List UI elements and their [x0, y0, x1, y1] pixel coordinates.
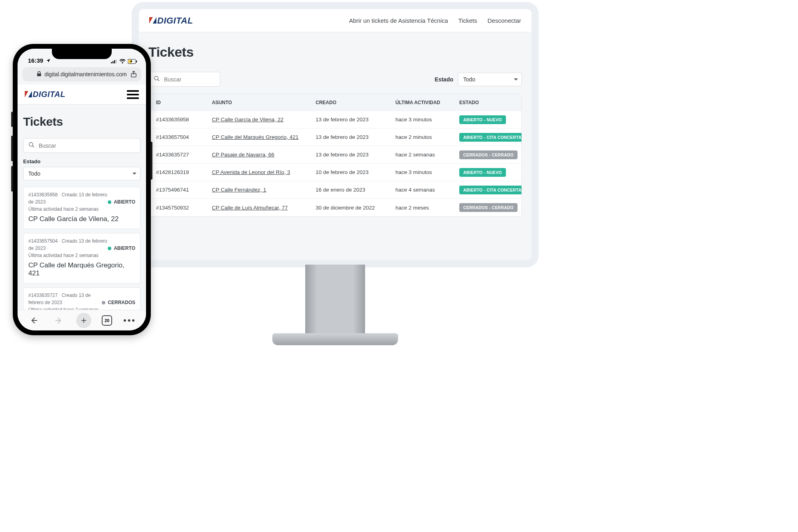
card-status-text: ABIERTO: [114, 245, 135, 251]
status-filter-select[interactable]: Todo: [458, 73, 522, 86]
ticket-link[interactable]: CP Calle de Luís Almuñecar, 77: [212, 205, 288, 211]
table-row[interactable]: #1433635958CP Calle García de Vilena, 22…: [149, 111, 521, 129]
chevron-down-icon: [514, 78, 518, 80]
cell-id: #1433635958: [156, 117, 212, 123]
phone-notch: [52, 49, 112, 59]
card-status: CERRADOS: [102, 300, 135, 305]
card-status-text: ABIERTO: [114, 199, 135, 205]
status-filter: Estado Todo: [435, 73, 522, 86]
phone-side-button: [150, 142, 152, 180]
cell-activity: hace 3 minutos: [395, 169, 459, 175]
status-filter-select[interactable]: Todo: [23, 167, 140, 180]
brand-mark-icon: [149, 17, 156, 24]
card-status: ABIERTO: [108, 199, 135, 205]
cell-subject: CP Calle García de Vilena, 22: [212, 117, 316, 123]
table-row[interactable]: #1433657504CP Calle del Marqués Gregorio…: [149, 129, 521, 146]
browser-menu-button[interactable]: •••: [122, 313, 137, 328]
ticket-link[interactable]: CP Pasaje de Navarra, 66: [212, 152, 275, 158]
monitor-stand: [305, 265, 365, 340]
status-badge: ABIERTO - NUEVO: [459, 115, 506, 124]
table-row[interactable]: #1375496741CP Calle Fernández, 116 de en…: [149, 181, 521, 199]
search-icon: [154, 75, 160, 83]
search-input[interactable]: [39, 142, 135, 149]
svg-point-12: [29, 142, 33, 146]
phone-side-button: [11, 136, 13, 161]
cell-activity: hace 2 semanas: [395, 152, 459, 158]
svg-point-0: [154, 76, 158, 80]
col-created: CREADO: [316, 100, 395, 105]
monitor-base: [273, 333, 398, 345]
share-icon[interactable]: [130, 71, 137, 78]
ticket-link[interactable]: CP Calle Fernández, 1: [212, 187, 266, 193]
mobile-phone: 16:39 digital.digitalma: [13, 44, 151, 335]
table-row[interactable]: #1433635727CP Pasaje de Navarra, 6613 de…: [149, 146, 521, 164]
col-status: ESTADO: [459, 100, 522, 105]
cell-created: 13 de febrero de 2023: [316, 152, 395, 158]
browser-back-button[interactable]: [27, 313, 41, 328]
status-filter-value: Todo: [463, 76, 475, 83]
search-box[interactable]: [23, 138, 140, 153]
cellular-icon: [111, 59, 117, 64]
desktop-screen: DIGITAL Abrir un tickets de Asistencia T…: [132, 2, 539, 267]
status-dot-icon: [102, 301, 105, 305]
cell-id: #1345750932: [156, 205, 212, 211]
cell-subject: CP Calle del Marqués Gregorio, 421: [212, 134, 316, 140]
ticket-card[interactable]: #1433657504Creado 13 de febrero de 2023Ú…: [23, 233, 140, 283]
brand-text: DIGITAL: [157, 16, 193, 26]
card-meta: #1433635958Creado 13 de febrero de 2023Ú…: [28, 191, 108, 213]
ticket-link[interactable]: CP Calle García de Vilena, 22: [212, 117, 284, 123]
ticket-link[interactable]: CP Calle del Marqués Gregorio, 421: [212, 134, 298, 140]
mobile-body: Tickets Estado Todo #1433635958Creado 13…: [18, 105, 146, 310]
hamburger-menu-button[interactable]: [127, 90, 139, 99]
cell-id: #1433657504: [156, 134, 212, 140]
cell-subject: CP Calle de Luís Almuñecar, 77: [212, 205, 316, 211]
brand-logo: DIGITAL: [149, 16, 193, 26]
cell-subject: CP Pasaje de Navarra, 66: [212, 152, 316, 158]
desktop-controls: Estado Todo: [148, 72, 522, 87]
ticket-card[interactable]: #1433635727Creado 13 de febrero de 2023Ú…: [23, 287, 140, 310]
nav-logout[interactable]: Desconectar: [488, 17, 521, 24]
nav-open-ticket[interactable]: Abrir un tickets de Asistencia Técnica: [349, 17, 448, 24]
status-badge: CERRADOS - CERRADO: [459, 150, 518, 159]
card-meta: #1433657504Creado 13 de febrero de 2023Ú…: [28, 237, 108, 259]
table-row[interactable]: #1428126319CP Avenida de Leonor del Río,…: [149, 164, 521, 181]
desktop-app: DIGITAL Abrir un tickets de Asistencia T…: [139, 9, 531, 260]
cell-id: #1428126319: [156, 169, 212, 175]
ticket-link[interactable]: CP Avenida de Leonor del Río, 3: [212, 169, 290, 175]
tabs-count: 20: [105, 318, 109, 323]
card-meta: #1433635727Creado 13 de febrero de 2023Ú…: [28, 292, 102, 310]
tabs-button[interactable]: 20: [102, 315, 112, 326]
cell-created: 10 de febrero de 2023: [316, 169, 395, 175]
ticket-card[interactable]: #1433635958Creado 13 de febrero de 2023Ú…: [23, 187, 140, 229]
search-icon: [28, 142, 35, 149]
tickets-table: ID ASUNTO CREADO ÚLTIMA ACTIVIDAD ESTADO…: [148, 94, 522, 217]
search-input[interactable]: [164, 76, 215, 83]
status-badge: CERRADOS - CERRADO: [459, 203, 518, 212]
nav-tickets[interactable]: Tickets: [458, 17, 477, 24]
cell-activity: hace 2 meses: [395, 205, 459, 211]
status-dot-icon: [108, 247, 111, 250]
card-activity: Última actividad hace 2 semanas: [28, 253, 99, 258]
chevron-down-icon: [132, 173, 136, 175]
card-id: #1433657504: [28, 238, 57, 244]
search-box[interactable]: [148, 72, 220, 87]
table-row[interactable]: #1345750932CP Calle de Luís Almuñecar, 7…: [149, 199, 521, 216]
mobile-screen: 16:39 digital.digitalma: [18, 49, 146, 330]
cell-id: #1433635727: [156, 152, 212, 158]
card-activity: Última actividad hace 2 semanas: [28, 206, 99, 212]
cell-created: 13 de febrero de 2023: [316, 117, 395, 123]
svg-line-1: [158, 79, 159, 81]
page-title: Tickets: [23, 115, 140, 129]
cell-status: ABIERTO - NUEVO: [459, 168, 522, 177]
status-filter-label: Estado: [23, 158, 140, 164]
card-id: #1433635727: [28, 293, 57, 298]
cell-activity: hace 3 minutos: [395, 117, 459, 123]
brand-mark-icon: [25, 91, 32, 98]
card-status: ABIERTO: [108, 245, 135, 251]
svg-rect-2: [111, 62, 112, 63]
new-tab-button[interactable]: +: [76, 313, 91, 328]
status-filter-label: Estado: [435, 76, 453, 83]
browser-address-bar[interactable]: digital.digitalmantenimientos.com: [22, 67, 141, 81]
phone-side-button: [11, 112, 13, 127]
browser-forward-button[interactable]: [51, 313, 66, 328]
